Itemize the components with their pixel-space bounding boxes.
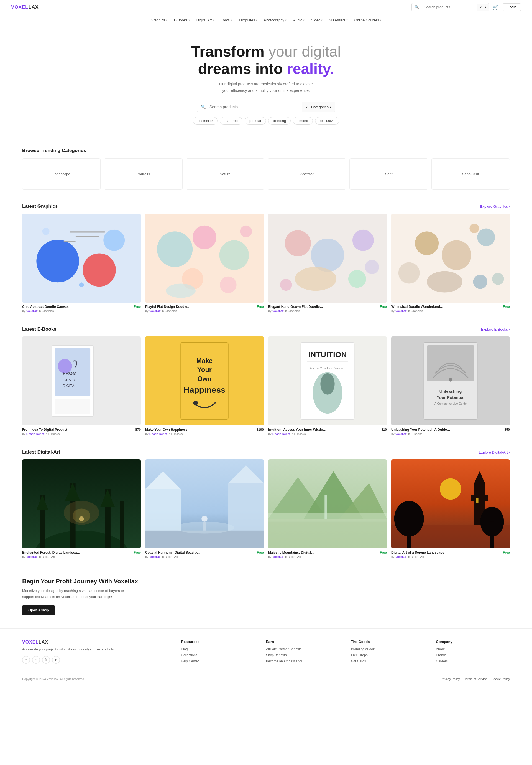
footer-link-affiliate[interactable]: Affiliate Partner Benefits — [266, 647, 340, 651]
search-input[interactable] — [422, 4, 477, 11]
svg-point-22 — [348, 270, 366, 288]
cookie-policy-link[interactable]: Cookie Policy — [491, 677, 510, 681]
search-icon: 🔍 — [412, 3, 422, 11]
hero-category-dropdown[interactable]: All Categories ▾ — [302, 102, 335, 112]
filter-pills: bestseller featured popular trending lim… — [11, 117, 521, 125]
svg-text:Own: Own — [197, 375, 212, 382]
category-grid: Landscape Portraits Nature Abstract Seri… — [22, 158, 510, 190]
nav-item-photography[interactable]: Photography▾ — [261, 17, 290, 24]
footer-col-company: Company About Brands Careers — [436, 640, 510, 665]
product-card[interactable]: Enchanted Forest: Digital Landsca… Free … — [22, 459, 141, 558]
product-author: by Reads Depot in E-Books — [145, 432, 264, 435]
svg-text:Your: Your — [197, 367, 212, 374]
footer-logo[interactable]: VOXELLAX — [22, 640, 170, 645]
svg-rect-68 — [120, 501, 124, 548]
product-thumbnail — [145, 214, 264, 303]
nav-item-audio[interactable]: Audio▾ — [290, 17, 308, 24]
footer-link-branding[interactable]: Branding eBook — [351, 647, 425, 651]
svg-point-3 — [103, 230, 125, 251]
pill-bestseller[interactable]: bestseller — [193, 117, 218, 125]
product-card[interactable]: INTUITION Access Your Inner Wisdom Intui… — [268, 337, 387, 435]
nav-item-3d-assets[interactable]: 3D Assets▾ — [326, 17, 351, 24]
nav-item-graphics[interactable]: Graphics▾ — [148, 17, 170, 24]
footer-link-careers[interactable]: Careers — [436, 659, 510, 663]
explore-digital-art-link[interactable]: Explore Digital-Art › — [479, 450, 510, 454]
search-category-dropdown[interactable]: All ▾ — [477, 4, 489, 11]
nav-item-ebooks[interactable]: E-Books▾ — [171, 17, 193, 24]
header-search: 🔍 All ▾ — [411, 3, 489, 11]
product-card[interactable]: Coastal Harmony: Digital Seaside… Free b… — [145, 459, 264, 558]
category-card-landscape[interactable]: Landscape — [22, 158, 101, 190]
product-card[interactable]: Digital Art of a Serene Landscape Free b… — [391, 459, 510, 558]
login-button[interactable]: Login — [503, 3, 521, 11]
svg-rect-41 — [55, 399, 90, 414]
product-author: by Voxellax in Digital-Art — [268, 555, 387, 558]
nav-item-fonts[interactable]: Fonts▾ — [217, 17, 235, 24]
svg-point-23 — [280, 279, 292, 291]
pill-popular[interactable]: popular — [245, 117, 266, 125]
product-thumbnail: FROM IDEA TO DIGITAL — [22, 337, 141, 425]
graphics-product-grid: Chic Abstract Doodle Canvas Free by Voxe… — [22, 214, 510, 313]
footer-link-gift-cards[interactable]: Gift Cards — [351, 659, 425, 663]
product-card[interactable]: Elegant Hand-Drawn Flat Doodle… Free by … — [268, 214, 387, 313]
open-shop-button[interactable]: Open a shop — [22, 605, 55, 615]
product-card[interactable]: FROM IDEA TO DIGITAL From Idea To Digita… — [22, 337, 141, 435]
footer-link-collections[interactable]: Collections — [181, 653, 255, 657]
social-facebook-icon[interactable]: f — [22, 656, 30, 664]
footer-main: VOXELLAX Accelerate your projects with m… — [22, 640, 510, 665]
nav-item-online-courses[interactable]: Online Courses▾ — [351, 17, 385, 24]
svg-point-15 — [240, 226, 252, 238]
chevron-down-icon: ▾ — [188, 19, 190, 22]
pill-exclusive[interactable]: exclusive — [315, 117, 339, 125]
category-card-portraits[interactable]: Portraits — [104, 158, 182, 190]
chevron-down-icon: ▾ — [321, 19, 323, 22]
section-header: Latest Graphics Explore Graphics › — [22, 204, 510, 209]
footer-tagline: Accelerate your projects with millions o… — [22, 647, 170, 652]
svg-rect-95 — [471, 495, 488, 501]
pill-trending[interactable]: trending — [268, 117, 291, 125]
product-card[interactable]: Majestic Mountains: Digital… Free by Vox… — [268, 459, 387, 558]
footer-link-about[interactable]: About — [436, 647, 510, 651]
explore-ebooks-link[interactable]: Explore E-Books › — [481, 327, 510, 332]
logo[interactable]: VOXELLAX — [11, 4, 39, 10]
explore-graphics-link[interactable]: Explore Graphics › — [480, 205, 510, 209]
terms-of-service-link[interactable]: Terms of Service — [464, 677, 487, 681]
product-name: Make Your Own Happiness — [145, 428, 187, 431]
nav-item-video[interactable]: Video▾ — [308, 17, 326, 24]
nav-item-digital-art[interactable]: Digital Art▾ — [193, 17, 217, 24]
footer-link-ambassador[interactable]: Become an Ambassador — [266, 659, 340, 663]
footer-link-blog[interactable]: Blog — [181, 647, 255, 651]
product-card[interactable]: Playful Flat Design Doodle… Free by Voxe… — [145, 214, 264, 313]
product-card[interactable]: Unleashing Your Potential A Comprehensiv… — [391, 337, 510, 435]
product-thumbnail — [391, 459, 510, 548]
product-card[interactable]: Chic Abstract Doodle Canvas Free by Voxe… — [22, 214, 141, 313]
footer-link-shop-benefits[interactable]: Shop Benefits — [266, 653, 340, 657]
social-youtube-icon[interactable]: ▶ — [52, 656, 60, 664]
nav-item-templates[interactable]: Templates▾ — [235, 17, 260, 24]
category-card-nature[interactable]: Nature — [186, 158, 264, 190]
cart-icon[interactable]: 🛒 — [493, 4, 499, 10]
svg-point-48 — [193, 400, 198, 405]
category-card-sans-serif[interactable]: Sans-Serif — [431, 158, 510, 190]
footer-link-brands[interactable]: Brands — [436, 653, 510, 657]
hero-search-input[interactable] — [209, 102, 302, 112]
chevron-right-icon: › — [509, 205, 510, 209]
svg-point-40 — [58, 359, 72, 374]
footer-link-help-center[interactable]: Help Center — [181, 659, 255, 663]
svg-rect-97 — [476, 498, 478, 502]
product-price: Free — [503, 550, 510, 554]
social-twitter-icon[interactable]: 𝕏 — [42, 656, 50, 664]
social-instagram-icon[interactable]: ◎ — [32, 656, 40, 664]
category-card-serif[interactable]: Serif — [350, 158, 428, 190]
privacy-policy-link[interactable]: Privacy Policy — [441, 677, 460, 681]
product-name: Elegant Hand-Drawn Flat Doodle… — [268, 305, 323, 309]
product-card[interactable]: Make Your Own Happiness Make Your Own Ha… — [145, 337, 264, 435]
product-card[interactable]: Whimsical Doodle Wonderland… Free by Vox… — [391, 214, 510, 313]
category-card-abstract[interactable]: Abstract — [268, 158, 346, 190]
footer-link-free-drops[interactable]: Free Drops — [351, 653, 425, 657]
pill-limited[interactable]: limited — [293, 117, 313, 125]
header: VOXELLAX 🔍 All ▾ 🛒 Login — [0, 0, 532, 14]
product-name: Enchanted Forest: Digital Landsca… — [22, 550, 80, 554]
pill-featured[interactable]: featured — [220, 117, 242, 125]
latest-digital-art-section: Latest Digital-Art Explore Digital-Art › — [0, 444, 532, 567]
